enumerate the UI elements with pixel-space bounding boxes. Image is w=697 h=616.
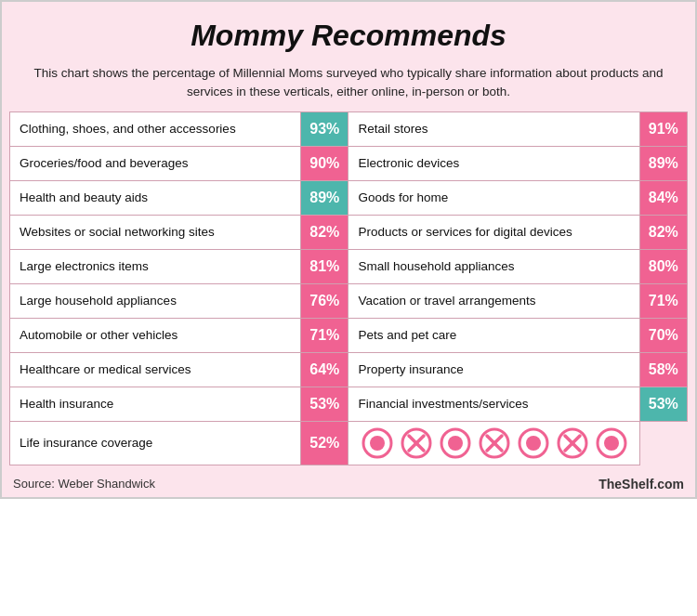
main-title: Mommy Recommends (11, 19, 686, 53)
left-label-1: Groceries/food and beverages (10, 146, 301, 180)
svg-point-16 (604, 436, 619, 451)
svg-point-1 (370, 436, 385, 451)
left-pct-4: 81% (301, 249, 348, 283)
left-label-5: Large household appliances (10, 283, 301, 318)
left-label-4: Large electronics items (10, 249, 301, 283)
right-label-3: Products or services for digital devices (348, 215, 639, 249)
left-label-9: Life insurance coverage (10, 421, 301, 465)
left-pct-0: 93% (301, 111, 348, 146)
left-label-7: Healthcare or medical services (10, 352, 301, 387)
svg-point-6 (448, 436, 463, 451)
left-pct-7: 64% (301, 352, 348, 387)
left-pct-8: 53% (301, 387, 348, 421)
left-label-3: Websites or social networking sites (10, 215, 301, 249)
subtitle-text: This chart shows the percentage of Mille… (2, 60, 695, 111)
left-label-8: Health insurance (10, 387, 301, 421)
right-pct-4: 80% (639, 249, 687, 283)
left-pct-1: 90% (301, 146, 348, 180)
footer: Source: Weber Shandwick TheShelf.com (2, 471, 695, 497)
left-label-2: Health and beauty aids (10, 180, 301, 215)
right-pct-0: 91% (639, 111, 687, 146)
right-pct-8: 53% (639, 387, 687, 421)
footer-brand: TheShelf.com (598, 477, 684, 491)
right-pct-3: 82% (639, 215, 687, 249)
right-label-1: Electronic devices (348, 146, 639, 180)
left-pct-5: 76% (301, 283, 348, 318)
left-label-6: Automobile or other vehicles (10, 318, 301, 352)
right-pct-2: 84% (639, 180, 687, 215)
left-pct-6: 71% (301, 318, 348, 352)
infographic-container: Mommy Recommends This chart shows the pe… (0, 0, 697, 499)
right-label-9 (348, 421, 639, 465)
right-label-0: Retail stores (348, 111, 639, 146)
left-pct-9: 52% (301, 421, 348, 465)
title-area: Mommy Recommends (2, 2, 695, 60)
left-pct-2: 89% (301, 180, 348, 215)
data-table: Clothing, shoes, and other accessories93… (9, 111, 688, 465)
right-label-5: Vacation or travel arrangements (348, 283, 639, 318)
right-pct-6: 70% (639, 318, 687, 352)
right-pct-5: 71% (639, 283, 687, 318)
left-label-0: Clothing, shoes, and other accessories (10, 111, 301, 146)
svg-point-11 (526, 436, 541, 451)
right-label-7: Property insurance (348, 352, 639, 387)
left-pct-3: 82% (301, 215, 348, 249)
right-pct-7: 58% (639, 352, 687, 387)
table-wrapper: Clothing, shoes, and other accessories93… (2, 111, 695, 469)
footer-source: Source: Weber Shandwick (13, 477, 155, 491)
right-pct-1: 89% (639, 146, 687, 180)
right-label-8: Financial investments/services (348, 387, 639, 421)
right-label-4: Small household appliances (348, 249, 639, 283)
right-label-2: Goods for home (348, 180, 639, 215)
right-label-6: Pets and pet care (348, 318, 639, 352)
